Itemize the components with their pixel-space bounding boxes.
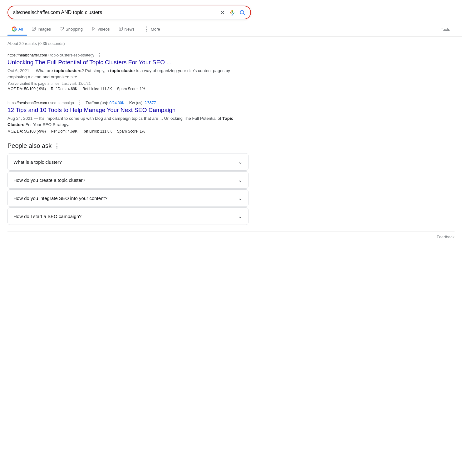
spam-score-1: Spam Score: 1% xyxy=(117,87,145,91)
spam-score-2: Spam Score: 1% xyxy=(117,129,145,134)
images-icon xyxy=(32,27,36,32)
chevron-down-icon-0: ⌄ xyxy=(238,158,243,165)
search-icon xyxy=(239,9,245,16)
paa-question-0: What is a topic cluster? xyxy=(13,159,62,165)
result-date-2: Aug 24, 2021 xyxy=(7,116,32,121)
paa-title: People also ask xyxy=(7,142,52,149)
chevron-down-icon-1: ⌄ xyxy=(238,177,243,183)
tab-videos-label: Videos xyxy=(97,27,110,32)
paa-item-2[interactable]: How do you integrate SEO into your conte… xyxy=(7,189,248,207)
feedback-button[interactable]: Feedback xyxy=(437,235,455,239)
tab-videos[interactable]: Videos xyxy=(87,23,114,36)
tab-shopping-label: Shopping xyxy=(66,27,83,32)
paa-item-0[interactable]: What is a topic cluster? ⌄ xyxy=(7,153,248,171)
svg-marker-9 xyxy=(92,27,95,30)
paa-item-1[interactable]: How do you create a topic cluster? ⌄ xyxy=(7,171,248,189)
paa-item-3[interactable]: How do I start a SEO campaign? ⌄ xyxy=(7,207,248,225)
tab-more[interactable]: ⋮ More xyxy=(139,22,165,36)
tab-images[interactable]: Images xyxy=(27,23,55,36)
results-stats: About 29 results (0.35 seconds) xyxy=(7,41,248,46)
ref-links-1: Ref Links: 111.8K xyxy=(82,87,112,91)
result-breadcrumb-2: › seo-campaign xyxy=(48,101,74,105)
tools-button[interactable]: Tools xyxy=(436,24,455,35)
result-url-2: https://nealschaffer.com › seo-campaign xyxy=(7,101,74,105)
result-meta-1: MOZ DA: 50/100 (-9%) Ref Dom: 4.69K Ref … xyxy=(7,87,248,91)
tab-all-label: All xyxy=(18,27,23,32)
ref-links-2: Ref Links: 111.8K xyxy=(82,129,112,134)
result-options-icon-1[interactable]: ⋮ xyxy=(97,52,102,58)
people-also-ask-section: People also ask ⋮ What is a topic cluste… xyxy=(0,142,256,225)
result-date-1: Oct 6, 2021 xyxy=(7,68,29,73)
ref-dom-2: Ref Dom: 4.69K xyxy=(51,129,77,134)
shopping-icon xyxy=(60,27,64,32)
nav-tabs: All Images Shopping Videos News ⋮ More T… xyxy=(0,19,462,37)
more-dots-icon: ⋮ xyxy=(143,26,149,32)
moz-da-2: MOZ DA: 50/100 (-9%) xyxy=(7,129,46,134)
result-url-row-2: https://nealschaffer.com › seo-campaign … xyxy=(7,100,248,106)
search-input[interactable] xyxy=(13,10,216,15)
search-icons xyxy=(220,9,245,16)
result-url-row-1: https://nealschaffer.com › topic-cluster… xyxy=(7,52,248,58)
search-bar[interactable] xyxy=(7,6,251,19)
moz-da-1: MOZ DA: 50/100 (-9%) xyxy=(7,87,46,91)
tab-images-label: Images xyxy=(37,27,51,32)
chevron-down-icon-3: ⌄ xyxy=(238,213,243,220)
results-area: About 29 results (0.35 seconds) https://… xyxy=(0,37,256,134)
paa-question-2: How do you integrate SEO into your conte… xyxy=(13,196,107,201)
result-title-1[interactable]: Unlocking The Full Potential of Topic Cl… xyxy=(7,59,248,66)
svg-point-8 xyxy=(33,28,34,28)
search-submit-button[interactable] xyxy=(239,9,245,16)
result-options-icon-2[interactable]: ⋮ xyxy=(76,100,81,106)
result-card-1: https://nealschaffer.com › topic-cluster… xyxy=(7,52,248,91)
result-snippet-2: Aug 24, 2021 — It's important to come up… xyxy=(7,115,248,128)
tab-shopping[interactable]: Shopping xyxy=(55,23,87,36)
chevron-down-icon-2: ⌄ xyxy=(238,195,243,202)
voice-search-button[interactable] xyxy=(229,9,235,16)
tab-more-label: More xyxy=(151,27,160,32)
news-icon xyxy=(119,27,123,32)
google-g-icon xyxy=(12,27,17,32)
feedback-row: Feedback xyxy=(0,231,462,242)
paa-question-1: How do you create a topic cluster? xyxy=(13,177,85,183)
traf-label: Traf/mo (us): 0/24.30K xyxy=(86,101,125,105)
search-header xyxy=(0,0,462,19)
ref-dom-1: Ref Dom: 4.69K xyxy=(51,87,77,91)
paa-question-3: How do I start a SEO campaign? xyxy=(13,214,81,219)
kw-value[interactable]: 2/6577 xyxy=(145,101,156,105)
result-meta-2: MOZ DA: 50/100 (-9%) Ref Dom: 4.69K Ref … xyxy=(7,129,248,134)
videos-icon xyxy=(91,27,96,32)
tab-all[interactable]: All xyxy=(7,23,27,36)
svg-rect-10 xyxy=(119,27,122,30)
svg-line-6 xyxy=(243,14,245,15)
tools-label: Tools xyxy=(441,27,450,32)
mic-icon xyxy=(229,9,235,16)
paa-header: People also ask ⋮ xyxy=(7,142,248,149)
svg-rect-2 xyxy=(232,10,233,13)
tab-news[interactable]: News xyxy=(114,23,139,36)
traf-value[interactable]: 0/24.30K xyxy=(110,101,125,105)
clear-search-button[interactable] xyxy=(220,10,225,15)
tab-news-label: News xyxy=(125,27,135,32)
result-breadcrumb-1: › topic-clusters-seo-strategy xyxy=(48,53,94,57)
result-card-2: https://nealschaffer.com › seo-campaign … xyxy=(7,100,248,134)
close-icon xyxy=(220,10,225,15)
result-url-1: https://nealschaffer.com › topic-cluster… xyxy=(7,53,94,57)
result-snippet-1: Oct 6, 2021 — What are topic clusters? P… xyxy=(7,68,248,80)
result-visited-1: You've visited this page 2 times. Last v… xyxy=(7,81,248,86)
result-title-2[interactable]: 12 Tips and 10 Tools to Help Manage Your… xyxy=(7,106,248,114)
paa-options-icon[interactable]: ⋮ xyxy=(54,143,60,149)
